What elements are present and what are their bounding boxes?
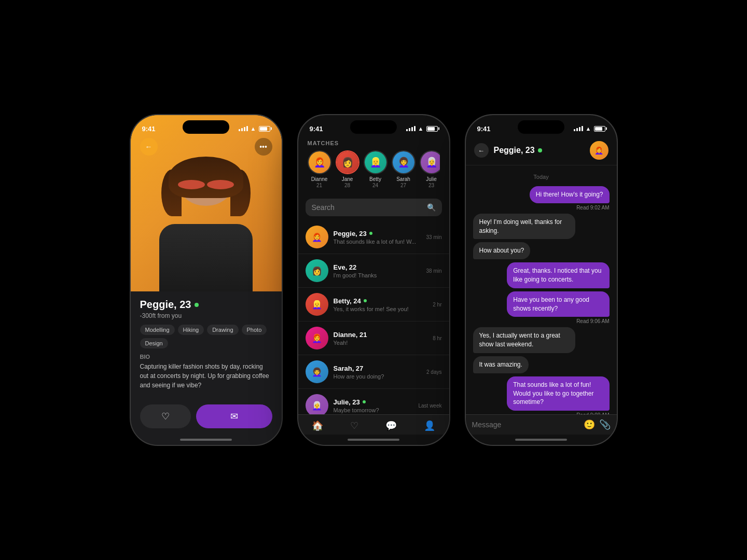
more-button[interactable]: ••• (255, 138, 272, 156)
home-bar-2 (348, 439, 399, 441)
match-sarah[interactable]: 👩‍🦱 Sarah 27 (392, 150, 416, 188)
chat-name-dianne: Dianne, 21 (334, 331, 367, 339)
chat-header-name-row: Peggie, 23 (494, 146, 585, 155)
wifi-3: ▲ (586, 125, 591, 132)
msg-2: Hey! I'm doing well, thanks for asking. (473, 214, 575, 240)
chat-img-julie: 👩‍🦳 (306, 394, 328, 414)
match-name-dianne: Dianne (311, 176, 328, 182)
nav-home[interactable]: 🏠 (312, 420, 323, 431)
nav-messages[interactable]: 💬 (385, 420, 397, 431)
dynamic-island-2 (350, 120, 397, 134)
sb3 (411, 127, 413, 131)
chat-name-row-betty: Betty, 24 (334, 297, 428, 305)
match-img-sarah: 👩‍🦱 (393, 151, 414, 173)
date-label: Today (473, 174, 610, 180)
back-button[interactable]: ← (140, 138, 158, 156)
status-time-2: 9:41 (310, 125, 323, 133)
sb1 (406, 129, 408, 131)
chat-img-peggie: 👩‍🦰 (306, 226, 328, 248)
msg-7: It was amazing. (473, 356, 529, 373)
match-avatar-jane: 👩 (336, 150, 359, 174)
attachment-icon[interactable]: 📎 (599, 419, 611, 430)
bottom-nav: 🏠 ♡ 💬 👤 (298, 414, 449, 435)
chat-time-sarah: 2 days (426, 369, 441, 375)
chat-img-betty: 👱‍♀️ (306, 293, 328, 316)
chat-info-betty: Betty, 24 Yes, it works for me! See you! (334, 297, 428, 312)
message-button[interactable]: ✉ (196, 404, 272, 428)
profile-name: Peggie, 23 (140, 299, 191, 311)
messages-header: MATCHES 👩‍🦰 Dianne 21 👩 Jane (298, 138, 449, 194)
match-julie[interactable]: 👩‍🦳 Julie 23 (420, 150, 440, 188)
signal-bar-2 (241, 128, 243, 131)
chat-item-eve[interactable]: 👩 Eve, 22 I'm good! Thanks 38 min (298, 254, 449, 288)
chat-list: 👩‍🦰 Peggie, 23 That sounds like a lot of… (298, 220, 449, 414)
bio-label: BIO (140, 354, 272, 360)
tag-modelling: Modelling (140, 325, 175, 335)
chat-info-peggie: Peggie, 23 That sounds like a lot of fun… (334, 230, 421, 245)
home-bar-3 (515, 439, 567, 441)
chat-preview-peggie: That sounds like a lot of fun! W... (334, 239, 421, 245)
battery-2 (426, 126, 438, 132)
match-name-sarah: Sarah (396, 176, 410, 182)
signal-bar-4 (246, 126, 248, 131)
chat-avatar-betty: 👱‍♀️ (306, 293, 328, 316)
chat-name-eve: Eve, 22 (334, 263, 357, 271)
chat-preview-dianne: Yeah! (334, 340, 428, 346)
chat-item-sarah[interactable]: 👩‍🦱 Sarah, 27 How are you doing? 2 days (298, 355, 449, 389)
msg-1: Hi there! How's it going? (530, 186, 610, 203)
nav-likes[interactable]: ♡ (350, 420, 358, 431)
matches-row[interactable]: 👩‍🦰 Dianne 21 👩 Jane 28 � (308, 150, 440, 190)
chat-info-eve: Eve, 22 I'm good! Thanks (334, 263, 421, 278)
nav-profile[interactable]: 👤 (424, 420, 435, 431)
status-icons-1: ▲ (239, 125, 270, 132)
chat-preview-sarah: How are you doing? (334, 373, 422, 380)
chat-name-row-peggie: Peggie, 23 (334, 230, 421, 237)
phone-1: 9:41 ▲ (130, 114, 283, 446)
status-time-3: 9:41 (477, 125, 491, 133)
dynamic-island-1 (183, 120, 229, 134)
match-jane[interactable]: 👩 Jane 28 (336, 150, 359, 188)
bio-text: Capturing killer fashion shots by day, r… (140, 362, 272, 390)
chat-name-row-sarah: Sarah, 27 (334, 365, 422, 372)
chat-item-peggie[interactable]: 👩‍🦰 Peggie, 23 That sounds like a lot of… (298, 220, 449, 254)
match-age-jane: 28 (344, 183, 350, 188)
match-avatar-betty: 👱‍♀️ (364, 150, 388, 174)
profile-distance: -300ft from you (140, 312, 272, 319)
chat-avatar-julie: 👩‍🦳 (306, 394, 328, 414)
chat-time-dianne: 8 hr (433, 335, 441, 341)
chat-header-name: Peggie, 23 (494, 146, 535, 155)
dynamic-island-3 (518, 120, 564, 134)
battery-fill-2 (427, 127, 435, 131)
chat-time-betty: 2 hr (433, 302, 441, 307)
message-input[interactable] (472, 421, 579, 429)
chat-avatar-dianne: 👩‍🦰 (306, 327, 328, 349)
chat-item-julie[interactable]: 👩‍🦳 Julie, 23 Maybe tomorrow? Last week (298, 389, 449, 414)
julie-online (363, 400, 366, 403)
chat-item-betty[interactable]: 👱‍♀️ Betty, 24 Yes, it works for me! See… (298, 288, 449, 321)
match-img-jane: 👩 (337, 151, 358, 173)
signal-bar-1 (239, 129, 240, 131)
chat-back-button[interactable]: ← (474, 143, 489, 158)
match-img-betty: 👱‍♀️ (365, 151, 386, 173)
signal-bar-3 (244, 127, 245, 131)
sb2 (409, 128, 410, 131)
match-age-julie: 23 (428, 183, 434, 188)
phone-1-screen: 9:41 ▲ (131, 115, 282, 445)
like-button[interactable]: ♡ (140, 404, 191, 428)
match-betty[interactable]: 👱‍♀️ Betty 24 (364, 150, 388, 188)
battery-3 (594, 126, 605, 132)
match-dianne[interactable]: 👩‍🦰 Dianne 21 (308, 150, 331, 188)
signal-bars-3 (574, 126, 583, 131)
chat-header-avatar[interactable]: 👩‍🦰 (590, 141, 608, 160)
chat-time-julie: Last week (418, 403, 441, 409)
emoji-icon[interactable]: 🙂 (584, 419, 595, 430)
search-bar[interactable]: Search 🔍 (306, 199, 442, 216)
chat-item-dianne[interactable]: 👩‍🦰 Dianne, 21 Yeah! 8 hr (298, 321, 449, 355)
sunglasses (178, 180, 234, 189)
right-lens (207, 180, 234, 189)
status-icons-3: ▲ (574, 125, 605, 132)
chat-time-peggie: 33 min (426, 234, 441, 240)
msg-3: How about you? (473, 242, 531, 259)
chat-header-avatar-img: 👩‍🦰 (590, 141, 608, 160)
status-time-1: 9:41 (142, 125, 156, 133)
